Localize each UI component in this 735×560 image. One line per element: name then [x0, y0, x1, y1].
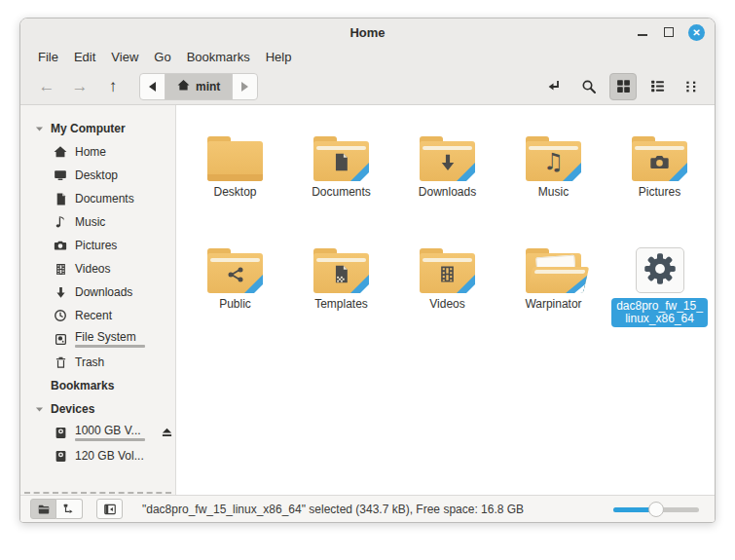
compact-view-icon[interactable]	[678, 73, 705, 100]
up-icon[interactable]: ↑	[96, 78, 129, 94]
sidebar-header-devices[interactable]: Devices	[20, 397, 175, 421]
status-text: "dac8pro_fw_15_linux_x86_64" selected (3…	[142, 503, 524, 516]
file-item-label: Music	[538, 186, 569, 199]
sidebar-header-label: Devices	[51, 402, 94, 416]
menu-help[interactable]: Help	[258, 48, 300, 66]
file-item-pictures[interactable]: Pictures	[606, 119, 713, 230]
sidebar-item-label: Desktop	[75, 168, 118, 182]
window-controls: ✕	[636, 19, 705, 46]
menu-go[interactable]: Go	[146, 48, 178, 66]
folder-public-icon	[207, 248, 263, 293]
film-emblem-icon	[420, 255, 475, 293]
folder-documents-icon	[313, 136, 369, 181]
folder-icon	[207, 136, 263, 181]
file-item-videos[interactable]: Videos	[394, 231, 500, 342]
sidebar-item-desktop[interactable]: Desktop	[20, 164, 175, 187]
search-icon[interactable]	[575, 73, 603, 100]
file-item-label: Templates	[314, 298, 368, 311]
window-title: Home	[349, 25, 385, 40]
grid-view-icon[interactable]	[609, 73, 637, 100]
home-icon	[177, 79, 190, 94]
folder-videos-icon	[420, 248, 475, 293]
sidebar-item-pictures[interactable]: Pictures	[20, 234, 175, 257]
file-item-public[interactable]: Public	[182, 231, 288, 342]
disk-usage-bar	[75, 438, 145, 441]
file-item-label: Documents	[312, 186, 371, 199]
maximize-icon[interactable]	[662, 25, 676, 39]
sidebar-item-trash[interactable]: Trash	[20, 351, 175, 374]
sidebar-item-label: Pictures	[75, 239, 117, 252]
sidebar-item-recent[interactable]: Recent	[20, 304, 175, 327]
breadcrumb: mint	[139, 73, 258, 100]
home-icon	[54, 145, 67, 159]
music-emblem-icon: ♫	[526, 143, 581, 181]
sidebar-item-music[interactable]: Music	[20, 210, 175, 234]
folder-music-icon: ♫	[526, 136, 581, 181]
trash-icon	[54, 355, 67, 369]
location-entry-icon[interactable]	[541, 73, 569, 100]
statusbar: "dac8pro_fw_15_linux_x86_64" selected (3…	[20, 495, 715, 522]
menu-bookmarks[interactable]: Bookmarks	[179, 48, 258, 66]
minimize-icon[interactable]	[636, 25, 649, 39]
sidebar-header-network[interactable]: Network	[20, 489, 175, 495]
forward-icon[interactable]: →	[63, 78, 96, 94]
menu-view[interactable]: View	[103, 48, 146, 66]
chevron-right-icon	[241, 82, 248, 92]
sidebar-item-documents[interactable]: Documents	[20, 187, 175, 210]
sidebar-item-home[interactable]: Home	[20, 140, 175, 164]
file-item-label: Warpinator	[525, 298, 581, 311]
document-icon	[54, 192, 67, 205]
zoom-slider[interactable]	[613, 502, 699, 517]
breadcrumb-next-button[interactable]	[232, 74, 257, 99]
sidebar-item-downloads[interactable]: Downloads	[20, 280, 175, 304]
breadcrumb-home-button[interactable]: mint	[165, 74, 232, 99]
file-item-label: Videos	[429, 298, 464, 311]
sidebar-header-my-computer[interactable]: My Computer	[20, 117, 175, 140]
eject-icon[interactable]	[161, 427, 173, 439]
toolbar: ← → ↑ mint	[20, 68, 715, 105]
file-item-label: Public	[219, 298, 251, 311]
file-item-documents[interactable]: Documents	[288, 119, 394, 230]
share-emblem-icon	[207, 255, 263, 293]
file-item-templates[interactable]: Templates	[288, 231, 394, 342]
zoom-slider-handle[interactable]	[648, 502, 664, 517]
file-item-label: Downloads	[419, 186, 476, 199]
film-icon	[54, 262, 67, 276]
sidebar-item-volume-120gb[interactable]: 120 GB Vol...	[20, 444, 175, 467]
chevron-left-icon	[149, 82, 156, 92]
folder-pictures-icon	[632, 136, 687, 181]
sidebar-header-bookmarks[interactable]: Bookmarks	[20, 374, 175, 397]
hide-sidebar-icon[interactable]	[96, 499, 123, 519]
sidebar-header-label: Network	[51, 494, 96, 495]
file-item-warpinator[interactable]: Warpinator	[500, 231, 606, 342]
sidebar-item-label: Videos	[75, 262, 110, 276]
file-item-downloads[interactable]: Downloads	[394, 119, 500, 230]
sidebar-item-videos[interactable]: Videos	[20, 257, 175, 280]
places-toggle-icon[interactable]	[30, 499, 56, 519]
breadcrumb-prev-button[interactable]	[140, 74, 165, 99]
sidebar-item-label: Music	[75, 215, 105, 229]
file-item-desktop[interactable]: Desktop	[182, 119, 288, 230]
sidebar-item-label: Trash	[75, 355, 104, 369]
file-grid: Desktop Documents Downloads	[176, 105, 715, 495]
file-item-dac8pro-firmware[interactable]: dac8pro_fw_15_ linux_x86_64	[606, 231, 713, 342]
file-item-label: Pictures	[639, 186, 680, 199]
list-view-icon[interactable]	[643, 73, 671, 100]
expander-icon[interactable]	[34, 124, 45, 134]
sidebar-item-label: Home	[75, 145, 106, 159]
sidebar-item-file-system[interactable]: File System	[20, 327, 175, 351]
sidebar-item-label: Recent	[75, 309, 112, 322]
treeview-toggle-icon[interactable]	[56, 499, 83, 519]
drive-icon	[54, 449, 67, 463]
menu-edit[interactable]: Edit	[66, 48, 103, 66]
file-item-label: Desktop	[213, 186, 256, 199]
sidebar-item-volume-1000gb[interactable]: 1000 GB V...	[20, 421, 175, 444]
menu-file[interactable]: File	[30, 48, 66, 66]
folder-templates-icon	[313, 248, 369, 293]
back-icon[interactable]: ←	[30, 78, 63, 94]
close-icon[interactable]: ✕	[688, 24, 705, 41]
file-item-music[interactable]: ♫ Music	[500, 119, 606, 230]
expander-icon[interactable]	[34, 404, 45, 415]
sidebar-toggle-group	[30, 499, 83, 519]
sidebar-item-label: 120 GB Vol...	[75, 449, 144, 463]
